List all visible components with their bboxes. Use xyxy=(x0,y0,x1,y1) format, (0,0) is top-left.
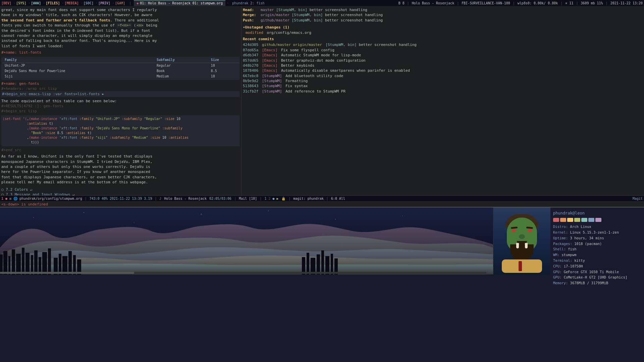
sep7: · xyxy=(112,1,114,5)
mini-buffer: <s-down> is undefined xyxy=(0,201,644,207)
num2: 2 xyxy=(268,197,270,200)
head-msg: better screenshot handling xyxy=(310,8,367,12)
nav-item-72[interactable]: ○ 7.2 Colors ↵ xyxy=(1,187,240,192)
status-bar: 1 ● ■ 🌐 phundrak/org/config/stumpwm.org … xyxy=(0,195,644,201)
nav-section: ○ 7.2 Colors ↵ ○ 7.3 Message and Input W… xyxy=(1,187,240,195)
tag-sys[interactable]: [SYS] xyxy=(16,1,26,5)
tag-dev[interactable]: [DEV] xyxy=(1,1,11,5)
commit-row[interactable]: 0b9e9d2 [StumpWM] Formatting xyxy=(243,78,643,83)
orc-collar xyxy=(502,259,542,273)
gpu2-val: CoMetLake-H GT2 [UHD Graphics] xyxy=(564,275,628,279)
workspace-num: 1 xyxy=(1,197,3,200)
commit-row[interactable]: 07dd65a [Emacs] Fix some flyspell config xyxy=(243,48,643,53)
commit-row[interactable]: 31cfb2f [StumpWM] Add reference to Stump… xyxy=(243,89,643,94)
svg-point-6 xyxy=(335,219,336,220)
push-remote: [StumpWM, bin] xyxy=(292,18,323,22)
svg-point-3 xyxy=(134,222,135,223)
svg-rect-14 xyxy=(25,253,30,275)
status-dot: ● xyxy=(272,197,274,200)
cpu-key: CPU: xyxy=(553,264,561,268)
right-pane[interactable]: Head: master [StumpWM, bin] better scree… xyxy=(241,6,644,195)
active-window[interactable]: ◆ 01: Holo Bass - Rosenjack 01: stumpwm.… xyxy=(134,0,225,6)
orc-tusk-left xyxy=(516,243,519,248)
svg-rect-11 xyxy=(12,249,15,275)
sysinfo-text: phundrak@leon Distro: Arch Linux Kernel:… xyxy=(550,207,644,275)
svg-point-4 xyxy=(201,214,202,215)
orc-tusk-right xyxy=(525,243,528,248)
push-label: Push: xyxy=(243,18,261,22)
globe-icon: 🌐 xyxy=(13,197,17,200)
sysinfo-username: phundrak@leon xyxy=(553,210,641,217)
memory-info: 3609 mb 11% xyxy=(581,1,603,5)
sep1: · xyxy=(13,1,15,5)
gpu-line: GPU: GeForce GTX 1650 Ti Mobile xyxy=(553,269,641,275)
tag-files[interactable]: [FILES] xyxy=(46,1,60,5)
shell-val: fish xyxy=(568,247,576,251)
name-list-fonts: #+name: list-fonts xyxy=(1,50,240,55)
commit-row[interactable]: 057dd65 [Emacs] Better graphviz-dot mode… xyxy=(243,58,643,63)
gpu2-key: GPU: xyxy=(553,275,561,279)
shell-key: Shell: xyxy=(553,247,566,251)
unifont-note: As far as I know, Unifont is the only fo… xyxy=(1,154,240,185)
second-window[interactable]: phundrak 2: fish xyxy=(230,1,266,5)
swatch-teal xyxy=(581,218,587,222)
workspace-indicator: ● xyxy=(5,197,7,200)
tag-soc[interactable]: [SOC] xyxy=(84,1,94,5)
top-bar: [DEV] · [SYS] · [WWW] · [FILES] · [MEDIA… xyxy=(0,0,644,6)
commit-row[interactable]: d48b270 [Emacs] Better keybinds xyxy=(243,63,643,68)
merge-label: Merge: xyxy=(243,13,261,17)
cpu-val: i7-10750H xyxy=(564,264,583,268)
svg-rect-29 xyxy=(317,254,320,275)
distro-key: Distro: xyxy=(553,225,568,229)
music-info: Holo Bass - Rosenjack xyxy=(164,197,206,200)
orc-eye-left xyxy=(512,229,516,232)
modified-file[interactable]: modified org/config/emacs.org xyxy=(243,30,643,35)
table-row: Unifont-JP Regular 10 xyxy=(2,63,239,68)
network-name: FBI-SURVEILLANCE-VAN-100 xyxy=(462,1,510,5)
svg-point-2 xyxy=(84,212,84,213)
second-window-label: phundrak 2: fish xyxy=(232,1,264,5)
topbar-right: B 8 | Holo Bass - Rosenjack | FBI-SURVEI… xyxy=(398,1,643,5)
gpu2-line: GPU: CoMetLake-H GT2 [UHD Graphics] xyxy=(553,275,641,280)
commit-row[interactable]: 1078406 [Emacs] Automatically disable sm… xyxy=(243,68,643,73)
svg-rect-12 xyxy=(16,254,21,275)
head-label: Head: xyxy=(243,8,261,12)
head-remote: [StumpWM, bin] xyxy=(276,8,307,12)
name-gen-fonts: #+name: gen-fonts xyxy=(1,81,240,86)
mode-info: 6:0 All xyxy=(331,197,345,200)
left-pane[interactable]: great, since my main font does not suppo… xyxy=(0,6,241,195)
avatar-image xyxy=(493,207,550,275)
kernel-val: Linux 5.15.3-zen1-1-zen xyxy=(570,230,619,234)
svg-point-5 xyxy=(268,210,269,211)
mail-info: Mail [10] xyxy=(239,197,257,200)
svg-rect-13 xyxy=(22,248,24,275)
magit-status: magit: phundrak xyxy=(293,197,324,200)
nav-item-73[interactable]: ○ 7.3 Message and Input Windows ↵ xyxy=(1,192,240,195)
orc-tie xyxy=(519,261,522,271)
scrollbar[interactable] xyxy=(0,272,486,274)
lock-icon: 🔒 xyxy=(281,197,285,200)
commit-row[interactable]: d6db347 [Emacs] Automatic StumpWM mode f… xyxy=(243,53,643,58)
swatch-red xyxy=(553,218,559,222)
tag-priv[interactable]: [PRIV] xyxy=(98,1,110,5)
commit-row[interactable]: 667ebc8 [StumpWM] Add bluetooth utility … xyxy=(243,73,643,78)
tag-gam[interactable]: [GAM] xyxy=(115,1,125,5)
tag-www[interactable]: [WWW] xyxy=(31,1,41,5)
scrollbar-thumb[interactable] xyxy=(0,272,134,274)
fonts-table: Family Subfamily Size Unifont-JP Regular… xyxy=(1,57,240,80)
swatch-blue xyxy=(588,218,594,222)
results-line: #+RESULTS[4792 :]: gen-fonts xyxy=(1,104,240,109)
right-label: Magit xyxy=(633,197,643,200)
unstaged-header: ▾Unstaged changes (1) xyxy=(243,25,643,30)
swatch-purple xyxy=(595,218,601,222)
uptime-line: Uptime: 3 hours, 34 mins xyxy=(553,235,641,241)
unstaged-section[interactable]: ▾Unstaged changes (1) modified org/confi… xyxy=(243,25,643,35)
kernel-key: Kernel: xyxy=(553,230,568,234)
tag-media[interactable]: [MEDIA] xyxy=(65,1,79,5)
uptime-key: Uptime: xyxy=(553,236,568,240)
merge-branch: origin/master xyxy=(261,13,289,17)
swatch-green xyxy=(574,218,580,222)
commit-row[interactable]: 5138643 [StumpWM] Fix syntax xyxy=(243,83,643,88)
modified-path: org/config/emacs.org xyxy=(267,31,311,35)
commit-row[interactable]: 424d305 github/master origin/master [Stu… xyxy=(243,42,643,47)
